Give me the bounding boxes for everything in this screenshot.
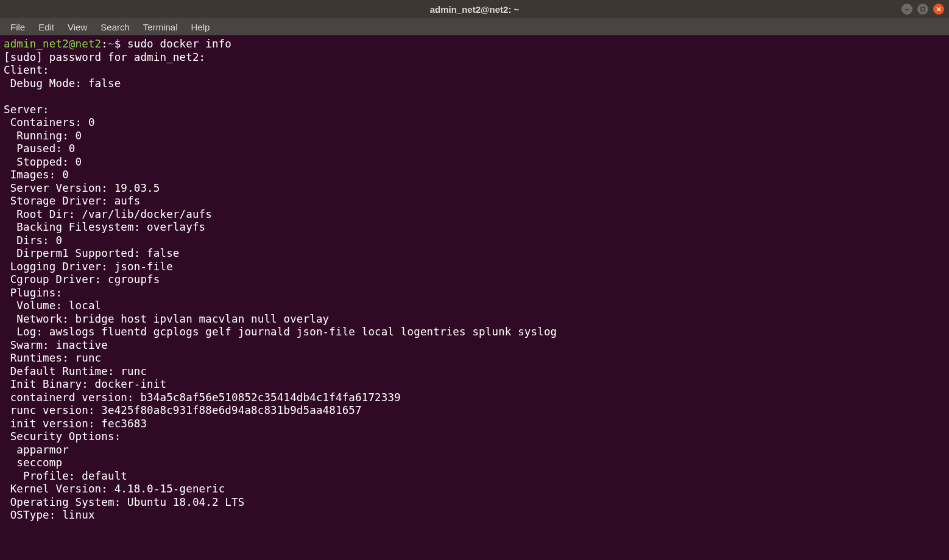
close-button[interactable] bbox=[933, 4, 944, 15]
window-title: admin_net2@net2: ~ bbox=[430, 4, 520, 15]
prompt-sep: : bbox=[101, 38, 108, 50]
menu-terminal[interactable]: Terminal bbox=[138, 21, 183, 33]
svg-rect-1 bbox=[921, 7, 925, 11]
terminal-output: [sudo] password for admin_net2: Client: … bbox=[4, 51, 557, 522]
minimize-button[interactable] bbox=[901, 4, 912, 15]
minimize-icon bbox=[904, 6, 910, 12]
maximize-icon bbox=[920, 6, 926, 12]
menu-help[interactable]: Help bbox=[186, 21, 216, 33]
maximize-button[interactable] bbox=[917, 4, 928, 15]
menu-file[interactable]: File bbox=[5, 21, 30, 33]
title-bar: admin_net2@net2: ~ bbox=[0, 0, 949, 18]
window-controls bbox=[901, 4, 944, 15]
prompt-sigil: $ bbox=[115, 38, 121, 50]
close-icon bbox=[936, 6, 942, 12]
menu-bar: File Edit View Search Terminal Help bbox=[0, 18, 949, 35]
prompt-command: sudo docker info bbox=[127, 38, 231, 50]
menu-edit[interactable]: Edit bbox=[33, 21, 60, 33]
prompt-userhost: admin_net2@net2 bbox=[4, 38, 101, 50]
prompt-path: ~ bbox=[108, 38, 115, 50]
menu-search[interactable]: Search bbox=[95, 21, 135, 33]
terminal-viewport[interactable]: admin_net2@net2:~$ sudo docker info [sud… bbox=[0, 35, 949, 560]
menu-view[interactable]: View bbox=[62, 21, 93, 33]
